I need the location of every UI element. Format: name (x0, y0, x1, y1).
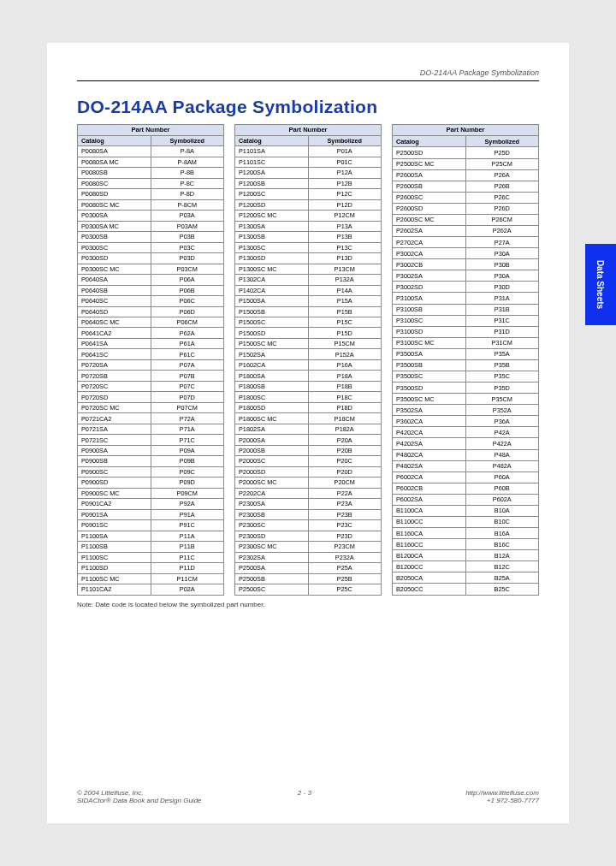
cell-symbolized: P-8D (151, 189, 224, 199)
tables-container: Part Number CatalogSymbolizedP0080SAP-8A… (77, 124, 539, 596)
footer-guide: SIDACtor® Data Book and Design Guide (77, 797, 202, 804)
table-row: P1800SCP18C (235, 392, 382, 402)
cell-catalog: P3002SA (393, 270, 466, 282)
cell-symbolized: P11A (151, 531, 224, 541)
cell-symbolized: B16A (465, 528, 539, 539)
cell-catalog: B2050CA (393, 572, 466, 584)
table-row: P3100SBP31B (393, 304, 539, 315)
table-row: P0300SA MCP03AM (78, 221, 224, 231)
cell-catalog: P3500SD (393, 383, 466, 394)
header-section-label: DO-214AA Package Symbolization (77, 68, 539, 77)
cell-symbolized: P26CM (465, 214, 539, 225)
cell-symbolized: P262A (465, 225, 539, 236)
cell-symbolized: P-8CM (151, 199, 224, 210)
cell-catalog: B1100CA (393, 505, 466, 516)
cell-symbolized: P-8B (151, 168, 224, 178)
table-row: P0901SCP91C (78, 520, 224, 531)
cell-catalog: P0080SD (78, 189, 151, 199)
table-row: P0080SC MCP-8CM (78, 199, 224, 210)
cell-catalog: P1500SB (235, 306, 309, 317)
cell-symbolized: P25C (308, 584, 382, 595)
table-row: P2000SDP20D (235, 466, 382, 477)
cell-symbolized: P182A (308, 424, 382, 434)
table-row: P3500SDP35D (393, 383, 539, 394)
table-row: P1800SBP18B (235, 381, 382, 391)
table-row: P1800SC MCP18CM (235, 413, 382, 424)
cell-catalog: P1101CA2 (78, 584, 151, 595)
cell-symbolized: P60B (465, 483, 539, 494)
cell-catalog: P2000SC MC (235, 477, 309, 488)
table-row: P6002CAP60A (393, 472, 539, 483)
table-row: P6002SAP602A (393, 494, 539, 505)
cell-symbolized: P09D (151, 477, 224, 488)
cell-symbolized: P36A (465, 416, 539, 427)
cell-catalog: P1800SB (235, 381, 309, 391)
side-tab-data-sheets[interactable]: Data Sheets (585, 244, 616, 325)
table-row: P3502SAP352A (393, 405, 539, 416)
cell-catalog: P1200SB (235, 178, 309, 188)
cell-symbolized: P18A (308, 371, 382, 381)
cell-catalog: P2600SC (393, 192, 466, 203)
cell-catalog: P0720SD (78, 392, 151, 402)
cell-catalog: P2500SC MC (393, 158, 466, 169)
cell-catalog: P1300SA (235, 221, 309, 231)
cell-symbolized: P35C (465, 371, 539, 382)
cell-catalog: B1160CA (393, 528, 466, 539)
cell-symbolized: P30A (465, 248, 539, 259)
cell-symbolized: P152A (308, 349, 382, 359)
cell-catalog: B1200CA (393, 550, 466, 561)
cell-catalog: P1300SD (235, 253, 309, 264)
table-row: P3602CAP36A (393, 416, 539, 427)
cell-catalog: P3500SB (393, 359, 466, 371)
cell-symbolized: P15CM (308, 338, 382, 348)
cell-symbolized: P13C (308, 242, 382, 252)
cell-catalog: P3602CA (393, 416, 466, 427)
cell-catalog: P1800SC MC (235, 413, 309, 424)
cell-catalog: P2600SD (393, 203, 466, 214)
cell-symbolized: P26D (465, 203, 539, 214)
cell-symbolized: P71C (151, 435, 224, 445)
table-row: P1101CA2P02A (78, 584, 224, 595)
table-row: P1300SCP13C (235, 242, 382, 252)
table-row: P3100SDP31D (393, 326, 539, 337)
cell-catalog: P0720SA (78, 359, 151, 370)
cell-catalog: P2600SC MC (393, 214, 466, 225)
cell-catalog: P3500SC MC (393, 394, 466, 405)
table-row: P0641CA2P62A (78, 328, 224, 338)
cell-catalog: P2300SC MC (235, 542, 309, 552)
cell-symbolized: P35D (465, 383, 539, 394)
cell-symbolized: P20CM (308, 477, 382, 488)
table-row: P2300SDP23D (235, 531, 382, 541)
cell-catalog: P2500SC (235, 584, 309, 595)
table-row: P1502SAP152A (235, 349, 382, 359)
table-row: P1300SDP13D (235, 253, 382, 264)
cell-symbolized: P-8A (151, 146, 224, 157)
table-row: P1500SBP15B (235, 306, 382, 317)
table-row: P1300SAP13A (235, 221, 382, 231)
cell-catalog: P2000SB (235, 445, 309, 455)
page-title: DO-214AA Package Symbolization (77, 97, 539, 117)
cell-symbolized: B10A (465, 505, 539, 516)
table-row: P1200SCP12C (235, 189, 382, 199)
cell-symbolized: P03A (151, 211, 224, 221)
cell-catalog: P0080SA MC (78, 157, 151, 167)
col-symbolized: Symbolized (308, 135, 382, 145)
cell-symbolized: P03C (151, 242, 224, 252)
cell-symbolized: P03AM (151, 221, 224, 231)
cell-symbolized: P12B (308, 178, 382, 188)
table-row: P0900SC MCP09CM (78, 488, 224, 498)
table-row: P0721SCP71C (78, 435, 224, 445)
col-catalog: Catalog (393, 136, 466, 147)
cell-catalog: P0080SC (78, 178, 151, 188)
cell-symbolized: P72A (151, 413, 224, 424)
cell-symbolized: P71A (151, 424, 224, 434)
cell-catalog: P2300SA (235, 499, 309, 509)
cell-symbolized: P602A (465, 494, 539, 505)
cell-catalog: P2000SD (235, 466, 309, 477)
cell-symbolized: P60A (465, 472, 539, 483)
cell-symbolized: P62A (151, 328, 224, 338)
cell-symbolized: P13B (308, 232, 382, 242)
cell-symbolized: B10C (465, 517, 539, 528)
cell-symbolized: P15A (308, 296, 382, 306)
table-row: P3500SAP35A (393, 348, 539, 359)
